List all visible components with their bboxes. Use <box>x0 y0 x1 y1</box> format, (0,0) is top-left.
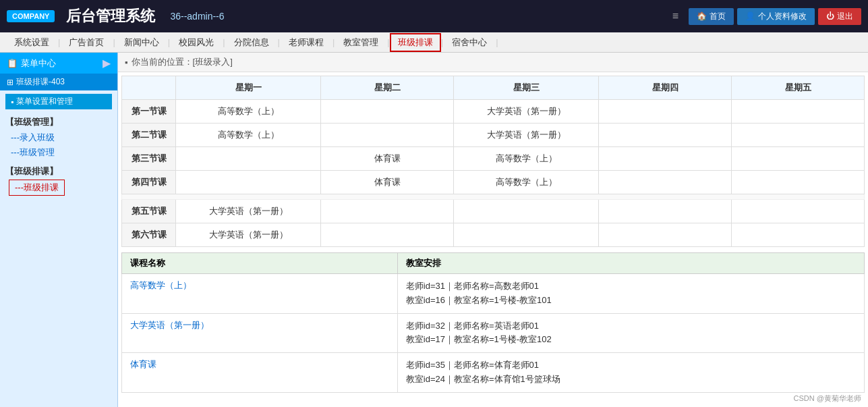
nav-system-settings[interactable]: 系统设置 <box>5 32 58 53</box>
period-4-mon <box>176 171 321 194</box>
table-row: 第四节课 体育课 高等数学（上） <box>122 171 865 194</box>
home-button[interactable]: 🏠 首页 <box>689 8 734 25</box>
detail-room-pe: 老师id=35｜老师名称=体育老师01 教室id=24｜教室名称=体育馆1号篮球… <box>397 353 864 393</box>
period-5-tue <box>321 200 454 223</box>
profile-button[interactable]: 👤 个人资料修改 <box>737 8 815 25</box>
detail-room-english: 老师id=32｜老师名称=英语老师01 教室id=17｜教室名称=1号楼-教室1… <box>397 313 864 353</box>
period-4-fri <box>732 171 865 194</box>
app-title: 后台管理系统 <box>66 6 155 26</box>
table-row: 第二节课 高等数学（上） 大学英语（第一册） <box>122 124 865 147</box>
sidebar-link-schedule[interactable]: ---班级排课 <box>9 180 65 196</box>
admin-info: 36--admin--6 <box>170 11 224 22</box>
schedule-header-empty <box>122 76 176 100</box>
detail-row-math: 高等数学（上） 老师id=31｜老师名称=高数老师01 教室id=16｜教室名称… <box>122 274 865 314</box>
period-3-fri <box>732 147 865 171</box>
watermark: CSDN @黄菊华老师 <box>794 394 861 404</box>
period-6-fri <box>732 223 865 247</box>
nav-ad-home[interactable]: 广告首页 <box>60 32 113 53</box>
main-layout: 📋 菜单中心 ▶ ⊞ 班级排课-403 ▪ 菜单设置和管理 【班级管理】 ---… <box>0 53 868 407</box>
period-5-fri <box>732 200 865 223</box>
period-6-thu <box>599 223 732 247</box>
sidebar-header-label: 菜单中心 <box>21 57 56 70</box>
period-2-wed: 大学英语（第一册） <box>454 124 599 147</box>
navbar: 系统设置 | 广告首页 | 新闻中心 | 校园风光 | 分院信息 | 老师课程 … <box>0 32 868 53</box>
nav-classroom[interactable]: 教室管理 <box>335 32 387 53</box>
detail-header-course: 课程名称 <box>122 253 398 274</box>
period-3-tue: 体育课 <box>321 147 454 171</box>
sidebar-header: 📋 菜单中心 ▶ <box>0 53 117 74</box>
sidebar-content: ▪ 菜单设置和管理 【班级管理】 ---录入班级 ---班级管理 【班级排课】 … <box>0 90 117 199</box>
table-row: 第五节课 大学英语（第一册） <box>122 200 865 223</box>
period-2-thu <box>599 124 732 147</box>
table-row: 第三节课 体育课 高等数学（上） <box>122 147 865 171</box>
table-row: 第一节课 高等数学（上） 大学英语（第一册） <box>122 100 865 124</box>
sidebar-section2-title: 【班级排课】 <box>5 160 112 180</box>
period-6-tue <box>321 223 454 247</box>
period-4-label: 第四节课 <box>122 171 176 194</box>
breadcrumb: ▪ 你当前的位置：[班级录入] <box>118 53 868 72</box>
sidebar-toggle[interactable]: ▶ <box>103 57 111 70</box>
breadcrumb-text: 你当前的位置：[班级录入] <box>132 56 233 68</box>
logout-button[interactable]: ⏻ 退出 <box>818 8 861 25</box>
period-4-thu <box>599 171 732 194</box>
schedule-header-wed: 星期三 <box>454 76 599 100</box>
period-1-mon: 高等数学（上） <box>176 100 321 124</box>
period-3-mon <box>176 147 321 171</box>
nav-class-schedule[interactable]: 班级排课 <box>390 33 441 52</box>
period-2-tue <box>321 124 454 147</box>
schedule-header-thu: 星期四 <box>599 76 732 100</box>
company-logo: COMPANY <box>7 10 55 22</box>
detail-table: 课程名称 教室安排 高等数学（上） 老师id=31｜老师名称=高数老师01 教室… <box>121 252 865 393</box>
breadcrumb-icon: ▪ <box>125 57 128 67</box>
period-1-thu <box>599 100 732 124</box>
period-4-wed: 高等数学（上） <box>454 171 599 194</box>
period-5-mon: 大学英语（第一册） <box>176 200 321 223</box>
nav-teacher-course[interactable]: 老师课程 <box>280 32 332 53</box>
sidebar-grid-icon: ⊞ <box>7 78 13 87</box>
menu-icon[interactable]: ≡ <box>672 10 678 22</box>
period-3-thu <box>599 147 732 171</box>
period-3-label: 第三节课 <box>122 147 176 171</box>
period-2-label: 第二节课 <box>122 124 176 147</box>
sidebar-subheader-label: 班级排课-403 <box>16 76 65 88</box>
period-4-tue: 体育课 <box>321 171 454 194</box>
header-actions: ≡ 🏠 首页 👤 个人资料修改 ⏻ 退出 <box>672 8 861 25</box>
sidebar-link-enter-class[interactable]: ---录入班级 <box>5 130 112 145</box>
nav-news[interactable]: 新闻中心 <box>115 32 168 53</box>
sidebar-subheader: ⊞ 班级排课-403 <box>0 74 117 90</box>
detail-row-english: 大学英语（第一册） 老师id=32｜老师名称=英语老师01 教室id=17｜教室… <box>122 313 865 353</box>
sidebar: 📋 菜单中心 ▶ ⊞ 班级排课-403 ▪ 菜单设置和管理 【班级管理】 ---… <box>0 53 118 407</box>
detail-header-room: 教室安排 <box>397 253 864 274</box>
period-2-mon: 高等数学（上） <box>176 124 321 147</box>
detail-room-math: 老师id=31｜老师名称=高数老师01 教室id=16｜教室名称=1号楼-教室1… <box>397 274 864 314</box>
sidebar-section1-title: 【班级管理】 <box>5 113 112 130</box>
period-1-tue <box>321 100 454 124</box>
schedule-header-mon: 星期一 <box>176 76 321 100</box>
header: COMPANY 后台管理系统 36--admin--6 ≡ 🏠 首页 👤 个人资… <box>0 0 868 32</box>
schedule-separator <box>122 194 865 200</box>
sidebar-subsection-icon: ▪ <box>11 97 13 107</box>
period-3-wed: 高等数学（上） <box>454 147 599 171</box>
period-1-fri <box>732 100 865 124</box>
period-6-label: 第六节课 <box>122 223 176 247</box>
nav-campus[interactable]: 校园风光 <box>170 32 223 53</box>
period-6-mon: 大学英语（第一册） <box>176 223 321 247</box>
period-5-label: 第五节课 <box>122 200 176 223</box>
detail-row-pe: 体育课 老师id=35｜老师名称=体育老师01 教室id=24｜教室名称=体育馆… <box>122 353 865 393</box>
period-2-fri <box>732 124 865 147</box>
detail-course-english: 大学英语（第一册） <box>122 313 398 353</box>
sidebar-link-class-manage[interactable]: ---班级管理 <box>5 145 112 160</box>
detail-course-pe: 体育课 <box>122 353 398 393</box>
period-1-label: 第一节课 <box>122 100 176 124</box>
period-6-wed <box>454 223 599 247</box>
period-5-wed <box>454 200 599 223</box>
content-wrapper: 星期一 星期二 星期三 星期四 星期五 第一节课 高等数学（上） 大学英语（第一… <box>118 72 868 396</box>
table-row: 第六节课 大学英语（第一册） <box>122 223 865 247</box>
content-area: ▪ 你当前的位置：[班级录入] 星期一 星期二 星期三 星期四 星期五 <box>118 53 868 407</box>
schedule-header-tue: 星期二 <box>321 76 454 100</box>
sidebar-header-icon: 📋 <box>7 58 18 68</box>
nav-branch[interactable]: 分院信息 <box>225 32 278 53</box>
schedule-header-fri: 星期五 <box>732 76 865 100</box>
schedule-table: 星期一 星期二 星期三 星期四 星期五 第一节课 高等数学（上） 大学英语（第一… <box>121 76 865 247</box>
nav-dorm[interactable]: 宿舍中心 <box>443 32 496 53</box>
